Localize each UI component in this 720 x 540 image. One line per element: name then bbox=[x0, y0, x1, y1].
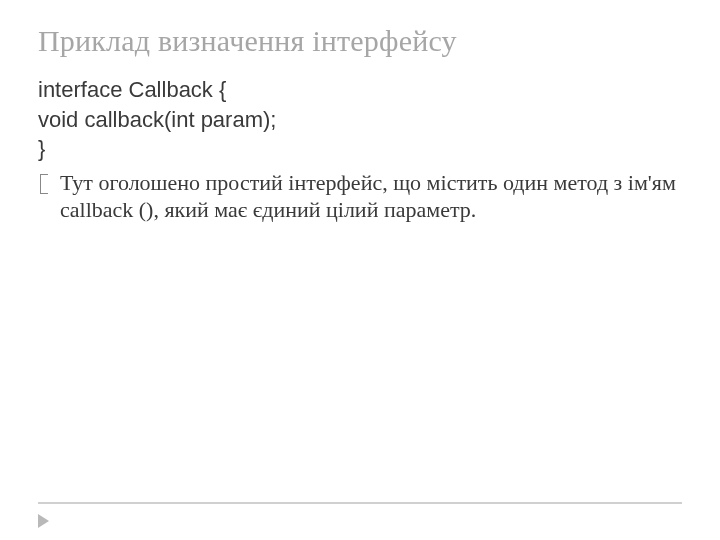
code-line-1: interface Callback { bbox=[38, 76, 682, 104]
bullet-text: Тут оголошено простий інтерфейс, що міст… bbox=[60, 169, 682, 224]
code-line-3: } bbox=[38, 135, 682, 163]
slide-title: Приклад визначення інтерфейсу bbox=[38, 24, 682, 58]
footer-arrow-icon bbox=[38, 514, 49, 528]
slide: Приклад визначення інтерфейсу interface … bbox=[0, 0, 720, 540]
slide-body: interface Callback { void callback(int p… bbox=[38, 76, 682, 224]
bullet-marker-icon bbox=[40, 174, 48, 194]
code-line-2: void callback(int param); bbox=[38, 106, 682, 134]
footer-divider bbox=[38, 502, 682, 504]
bullet-item: Тут оголошено простий інтерфейс, що міст… bbox=[38, 169, 682, 224]
